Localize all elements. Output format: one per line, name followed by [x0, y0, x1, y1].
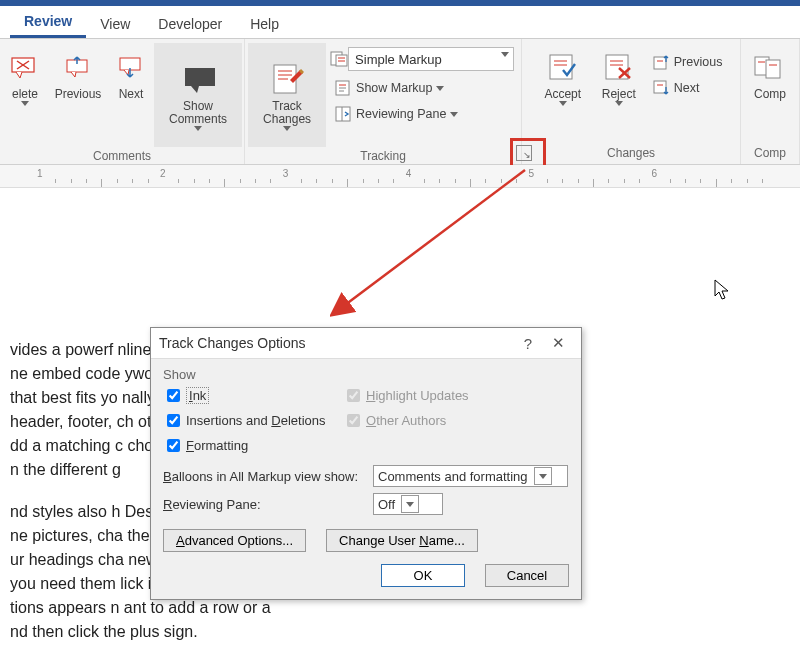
- formatting-checkbox[interactable]: Formatting: [163, 436, 343, 455]
- group-label-compare: Comp: [743, 144, 797, 164]
- group-label-tracking: Tracking: [247, 147, 519, 165]
- highlight-updates-checkbox: Highlight Updates: [343, 386, 523, 405]
- chevron-down-icon: [534, 467, 552, 485]
- dialog-titlebar: Track Changes Options ? ✕: [151, 328, 581, 359]
- markup-mode-select[interactable]: Simple Markup: [348, 47, 514, 71]
- other-authors-checkbox: Other Authors: [343, 411, 523, 430]
- advanced-options-button[interactable]: Advanced Options...: [163, 529, 306, 552]
- svg-rect-30: [654, 81, 666, 93]
- chevron-down-icon: [436, 86, 444, 91]
- svg-rect-23: [606, 55, 628, 79]
- chevron-down-icon: [21, 101, 29, 106]
- svg-rect-28: [654, 57, 666, 69]
- ribbon-tabs: Review View Developer Help: [0, 6, 800, 39]
- delete-label: elete: [12, 88, 38, 101]
- delete-comment-button[interactable]: elete: [2, 43, 48, 110]
- close-button[interactable]: ✕: [543, 334, 573, 352]
- markup-icon: [330, 50, 348, 68]
- tracking-dialog-launcher[interactable]: ↘: [516, 145, 532, 161]
- track-changes-button[interactable]: Track Changes: [248, 43, 326, 147]
- accept-button[interactable]: Accept: [534, 43, 592, 110]
- next-label: Next: [119, 88, 144, 101]
- show-section-label: Show: [163, 367, 569, 382]
- svg-rect-5: [185, 68, 215, 86]
- reviewing-pane-button[interactable]: Reviewing Pane: [330, 101, 514, 127]
- tab-developer[interactable]: Developer: [144, 10, 236, 38]
- balloons-select[interactable]: Comments and formatting: [373, 465, 568, 487]
- other-authors-checkbox-input: [347, 414, 360, 427]
- chevron-down-icon: [283, 126, 291, 131]
- previous-change-label: Previous: [674, 55, 723, 69]
- ruler: 123456: [0, 165, 800, 188]
- reviewing-pane-value: Off: [378, 497, 395, 512]
- previous-comment-button[interactable]: Previous: [48, 43, 108, 105]
- dialog-title: Track Changes Options: [159, 335, 513, 351]
- track-changes-label: Track Changes: [263, 100, 311, 126]
- compare-button[interactable]: Comp: [743, 43, 797, 105]
- cursor-icon: [713, 278, 733, 302]
- cancel-button[interactable]: Cancel: [485, 564, 569, 587]
- previous-label: Previous: [55, 88, 102, 101]
- chevron-down-icon: [194, 126, 202, 131]
- previous-change-icon: [652, 53, 670, 71]
- reject-button[interactable]: Reject: [592, 43, 646, 110]
- chevron-down-icon: [615, 101, 623, 106]
- accept-label: Accept: [544, 88, 581, 101]
- highlight-checkbox-input: [347, 389, 360, 402]
- ink-checkbox[interactable]: IInknk: [163, 386, 343, 405]
- formatting-checkbox-input[interactable]: [167, 439, 180, 452]
- ribbon: elete Previous Next Show Comments Commen…: [0, 39, 800, 165]
- tab-view[interactable]: View: [86, 10, 144, 38]
- show-comments-button[interactable]: Show Comments: [154, 43, 242, 147]
- reviewing-pane-select[interactable]: Off: [373, 493, 443, 515]
- tab-help[interactable]: Help: [236, 10, 293, 38]
- next-change-button[interactable]: Next: [648, 75, 727, 101]
- insertions-checkbox-input[interactable]: [167, 414, 180, 427]
- ok-button[interactable]: OK: [381, 564, 465, 587]
- reviewing-pane-icon: [334, 105, 352, 123]
- chevron-down-icon: [450, 112, 458, 117]
- next-comment-button[interactable]: Next: [108, 43, 154, 105]
- chevron-down-icon: [401, 495, 419, 513]
- show-markup-icon: [334, 79, 352, 97]
- chevron-down-icon: [501, 52, 509, 57]
- show-markup-button[interactable]: Show Markup: [330, 75, 514, 101]
- group-label-changes: Changes: [524, 144, 738, 164]
- help-button[interactable]: ?: [513, 335, 543, 352]
- compare-label: Comp: [754, 88, 786, 101]
- markup-mode-value: Simple Markup: [355, 52, 442, 67]
- show-comments-label: Show Comments: [169, 100, 227, 126]
- reject-label: Reject: [602, 88, 636, 101]
- chevron-down-icon: [559, 101, 567, 106]
- balloons-value: Comments and formatting: [378, 469, 528, 484]
- reviewing-pane-label: Reviewing Pane: [356, 107, 446, 121]
- svg-rect-20: [550, 55, 572, 79]
- show-markup-label: Show Markup: [356, 81, 432, 95]
- track-changes-options-dialog: Track Changes Options ? ✕ Show IInknk Hi…: [150, 327, 582, 600]
- next-change-icon: [652, 79, 670, 97]
- previous-change-button[interactable]: Previous: [648, 49, 727, 75]
- balloons-label: Balloons in All Markup view show:: [163, 469, 373, 484]
- group-label-comments: Comments: [2, 147, 242, 165]
- svg-rect-33: [766, 60, 780, 78]
- ink-checkbox-input[interactable]: [167, 389, 180, 402]
- next-change-label: Next: [674, 81, 700, 95]
- tab-review[interactable]: Review: [10, 7, 86, 38]
- reviewing-pane-label: Reviewing Pane:: [163, 497, 373, 512]
- change-user-name-button[interactable]: Change User Name...: [326, 529, 478, 552]
- insertions-deletions-checkbox[interactable]: Insertions and Deletions: [163, 411, 343, 430]
